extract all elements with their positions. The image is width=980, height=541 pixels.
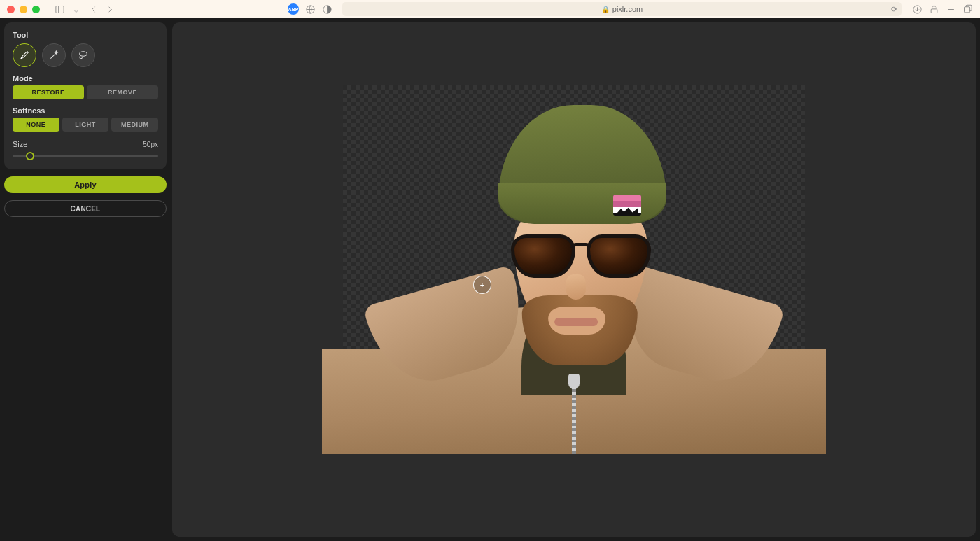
window-controls [7,6,40,13]
sidebar: Tool Mode Restore Remove Softness None [4,22,167,537]
zipper-pull-shape [568,374,580,389]
app-root: Tool Mode Restore Remove Softness None [0,18,980,541]
nav-back-icon[interactable] [88,3,99,15]
softness-none-button[interactable]: None [13,118,59,132]
svg-point-10 [80,52,88,57]
subject-illustration [343,85,805,454]
window-minimize-icon[interactable] [20,6,27,13]
slider-track [13,155,158,157]
softness-medium-button[interactable]: Medium [111,118,158,132]
apply-button[interactable]: Apply [4,176,167,193]
magic-wand-icon [48,50,59,61]
nav-forward-icon[interactable] [104,3,115,15]
sidebar-toggle-icon[interactable] [54,3,65,15]
extension-translate-icon[interactable] [304,3,316,15]
collar-left-shape [363,265,536,395]
cancel-button[interactable]: Cancel [4,200,167,217]
lips-shape [554,318,598,326]
mode-remove-button[interactable]: Remove [87,85,158,99]
brand-patch [613,195,641,216]
size-section-label: Size [13,140,27,148]
softness-segment: None Light Medium [13,118,158,132]
tool-panel: Tool Mode Restore Remove Softness None [4,22,167,169]
lens-left [511,234,575,278]
zipper-shape [572,386,576,454]
size-value: 50px [143,141,158,148]
chevron-down-icon[interactable]: ⌄ [71,3,82,15]
window-close-icon[interactable] [7,6,15,13]
lasso-tool-button[interactable] [71,43,95,67]
share-icon[interactable] [928,3,939,15]
mountain-icon [613,207,641,213]
new-tab-icon[interactable] [945,3,956,15]
tab-overview-icon[interactable] [962,3,973,15]
slider-thumb[interactable] [26,152,34,160]
canvas-area: + [172,22,976,537]
beanie-shape [498,105,666,224]
url-host: pixlr.com [612,5,643,13]
softness-section-label: Softness [13,106,158,115]
svg-rect-9 [964,6,969,12]
bridge-shape [570,243,592,248]
sunglasses-shape [511,234,651,281]
browser-toolbar: ⌄ ABP 🔒 pixlr.com ⟳ [0,0,980,18]
brush-icon [19,50,30,61]
mode-segment: Restore Remove [13,85,158,99]
window-zoom-icon[interactable] [32,6,40,13]
address-bar[interactable]: 🔒 pixlr.com ⟳ [342,2,902,16]
extension-abp-icon[interactable]: ABP [288,3,299,15]
reload-icon[interactable]: ⟳ [891,5,897,14]
brush-tool-button[interactable] [13,43,36,67]
lasso-icon [78,50,89,61]
extension-contrast-icon[interactable] [321,3,332,15]
magic-tool-button[interactable] [42,43,66,67]
image-canvas[interactable] [343,85,805,454]
downloads-icon[interactable] [911,3,923,15]
mode-section-label: Mode [13,74,158,83]
lock-icon: 🔒 [601,6,610,13]
tool-picker [13,43,158,67]
mode-restore-button[interactable]: Restore [13,85,84,99]
svg-rect-0 [55,6,63,13]
brush-cursor-icon: + [473,276,491,294]
beanie-fold-shape [498,183,666,224]
lens-right [587,234,651,278]
softness-light-button[interactable]: Light [62,118,109,132]
tool-section-label: Tool [13,31,158,39]
size-slider[interactable] [13,151,158,161]
